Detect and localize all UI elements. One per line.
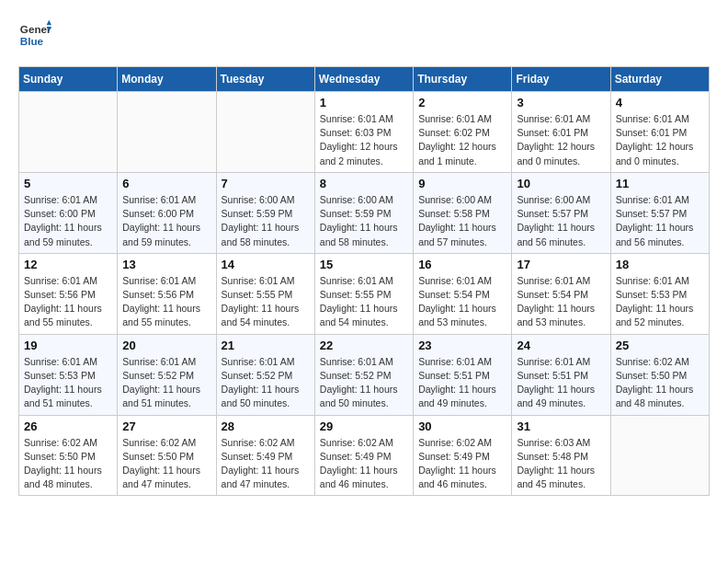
day-detail: Sunrise: 6:01 AMSunset: 6:02 PMDaylight:…: [418, 112, 506, 168]
calendar-cell: 16Sunrise: 6:01 AMSunset: 5:54 PMDayligh…: [414, 253, 512, 334]
day-number: 15: [320, 258, 408, 271]
calendar-cell: 8Sunrise: 6:00 AMSunset: 5:59 PMDaylight…: [314, 172, 413, 253]
day-detail: Sunrise: 6:01 AMSunset: 5:51 PMDaylight:…: [517, 355, 605, 411]
day-detail: Sunrise: 6:02 AMSunset: 5:49 PMDaylight:…: [320, 436, 408, 492]
day-detail: Sunrise: 6:01 AMSunset: 5:55 PMDaylight:…: [222, 274, 310, 330]
calendar-cell: 14Sunrise: 6:01 AMSunset: 5:55 PMDayligh…: [216, 253, 314, 334]
day-detail: Sunrise: 6:01 AMSunset: 5:52 PMDaylight:…: [122, 355, 210, 411]
day-number: 20: [122, 339, 210, 352]
weekday-header-thursday: Thursday: [414, 67, 512, 92]
day-number: 1: [320, 96, 408, 109]
day-detail: Sunrise: 6:01 AMSunset: 5:57 PMDaylight:…: [616, 193, 704, 249]
day-number: 27: [122, 419, 210, 433]
day-number: 7: [222, 177, 310, 190]
calendar-cell: 10Sunrise: 6:00 AMSunset: 5:57 PMDayligh…: [512, 172, 610, 253]
day-number: 11: [616, 177, 704, 190]
calendar-cell: 11Sunrise: 6:01 AMSunset: 5:57 PMDayligh…: [610, 172, 709, 253]
calendar-cell: [610, 415, 709, 496]
day-detail: Sunrise: 6:00 AMSunset: 5:58 PMDaylight:…: [418, 193, 506, 249]
calendar-cell: 2Sunrise: 6:01 AMSunset: 6:02 PMDaylight…: [414, 92, 512, 173]
calendar-cell: 5Sunrise: 6:01 AMSunset: 6:00 PMDaylight…: [19, 172, 118, 253]
calendar-week-3: 12Sunrise: 6:01 AMSunset: 5:56 PMDayligh…: [19, 253, 710, 334]
calendar-cell: [216, 92, 314, 173]
calendar-cell: 9Sunrise: 6:00 AMSunset: 5:58 PMDaylight…: [414, 172, 512, 253]
weekday-header-wednesday: Wednesday: [314, 67, 413, 92]
calendar-cell: 17Sunrise: 6:01 AMSunset: 5:54 PMDayligh…: [512, 253, 610, 334]
calendar-cell: 21Sunrise: 6:01 AMSunset: 5:52 PMDayligh…: [216, 334, 314, 415]
day-detail: Sunrise: 6:00 AMSunset: 5:59 PMDaylight:…: [222, 193, 310, 249]
calendar-week-1: 1Sunrise: 6:01 AMSunset: 6:03 PMDaylight…: [19, 92, 710, 173]
logo-icon: General Blue: [18, 18, 51, 52]
calendar-week-2: 5Sunrise: 6:01 AMSunset: 6:00 PMDaylight…: [19, 172, 710, 253]
calendar-cell: 18Sunrise: 6:01 AMSunset: 5:53 PMDayligh…: [610, 253, 709, 334]
day-detail: Sunrise: 6:03 AMSunset: 5:48 PMDaylight:…: [517, 436, 605, 492]
calendar-cell: 31Sunrise: 6:03 AMSunset: 5:48 PMDayligh…: [512, 415, 610, 496]
day-number: 16: [418, 258, 506, 271]
day-number: 24: [517, 339, 605, 352]
calendar-cell: 23Sunrise: 6:01 AMSunset: 5:51 PMDayligh…: [414, 334, 512, 415]
calendar-cell: 4Sunrise: 6:01 AMSunset: 6:01 PMDaylight…: [610, 92, 709, 173]
calendar-cell: 26Sunrise: 6:02 AMSunset: 5:50 PMDayligh…: [19, 415, 118, 496]
calendar-cell: 7Sunrise: 6:00 AMSunset: 5:59 PMDaylight…: [216, 172, 314, 253]
calendar-cell: 20Sunrise: 6:01 AMSunset: 5:52 PMDayligh…: [118, 334, 216, 415]
day-detail: Sunrise: 6:01 AMSunset: 5:53 PMDaylight:…: [24, 355, 112, 411]
day-number: 29: [320, 419, 408, 433]
day-number: 17: [517, 258, 605, 271]
calendar-cell: 1Sunrise: 6:01 AMSunset: 6:03 PMDaylight…: [314, 92, 413, 173]
calendar-cell: 6Sunrise: 6:01 AMSunset: 6:00 PMDaylight…: [118, 172, 216, 253]
logo: General Blue: [18, 18, 51, 52]
day-number: 12: [24, 258, 112, 271]
calendar-cell: 19Sunrise: 6:01 AMSunset: 5:53 PMDayligh…: [19, 334, 118, 415]
calendar-cell: 3Sunrise: 6:01 AMSunset: 6:01 PMDaylight…: [512, 92, 610, 173]
day-detail: Sunrise: 6:01 AMSunset: 5:56 PMDaylight:…: [24, 274, 112, 330]
calendar-cell: 29Sunrise: 6:02 AMSunset: 5:49 PMDayligh…: [314, 415, 413, 496]
day-number: 3: [517, 96, 605, 109]
day-number: 21: [222, 339, 310, 352]
calendar-cell: 13Sunrise: 6:01 AMSunset: 5:56 PMDayligh…: [118, 253, 216, 334]
day-detail: Sunrise: 6:01 AMSunset: 5:55 PMDaylight:…: [320, 274, 408, 330]
calendar-cell: 24Sunrise: 6:01 AMSunset: 5:51 PMDayligh…: [512, 334, 610, 415]
day-detail: Sunrise: 6:02 AMSunset: 5:49 PMDaylight:…: [222, 436, 310, 492]
day-number: 31: [517, 419, 605, 433]
day-detail: Sunrise: 6:00 AMSunset: 5:57 PMDaylight:…: [517, 193, 605, 249]
day-detail: Sunrise: 6:01 AMSunset: 5:54 PMDaylight:…: [418, 274, 506, 330]
day-detail: Sunrise: 6:02 AMSunset: 5:49 PMDaylight:…: [418, 436, 506, 492]
day-detail: Sunrise: 6:02 AMSunset: 5:50 PMDaylight:…: [616, 355, 704, 411]
day-number: 14: [222, 258, 310, 271]
day-number: 18: [616, 258, 704, 271]
day-detail: Sunrise: 6:01 AMSunset: 6:01 PMDaylight:…: [616, 112, 704, 168]
day-number: 2: [418, 96, 506, 109]
day-detail: Sunrise: 6:02 AMSunset: 5:50 PMDaylight:…: [122, 436, 210, 492]
day-number: 28: [222, 419, 310, 433]
weekday-header-row: SundayMondayTuesdayWednesdayThursdayFrid…: [19, 67, 710, 92]
day-number: 25: [616, 339, 704, 352]
day-detail: Sunrise: 6:01 AMSunset: 5:54 PMDaylight:…: [517, 274, 605, 330]
day-detail: Sunrise: 6:01 AMSunset: 5:52 PMDaylight:…: [320, 355, 408, 411]
weekday-header-tuesday: Tuesday: [216, 67, 314, 92]
day-number: 8: [320, 177, 408, 190]
day-number: 13: [122, 258, 210, 271]
calendar-cell: 12Sunrise: 6:01 AMSunset: 5:56 PMDayligh…: [19, 253, 118, 334]
calendar-table: SundayMondayTuesdayWednesdayThursdayFrid…: [18, 66, 710, 496]
calendar-cell: 28Sunrise: 6:02 AMSunset: 5:49 PMDayligh…: [216, 415, 314, 496]
calendar-week-5: 26Sunrise: 6:02 AMSunset: 5:50 PMDayligh…: [19, 415, 710, 496]
day-number: 22: [320, 339, 408, 352]
day-detail: Sunrise: 6:01 AMSunset: 6:01 PMDaylight:…: [517, 112, 605, 168]
weekday-header-monday: Monday: [118, 67, 216, 92]
day-number: 4: [616, 96, 704, 109]
calendar-cell: 27Sunrise: 6:02 AMSunset: 5:50 PMDayligh…: [118, 415, 216, 496]
page-header: General Blue: [18, 18, 710, 52]
day-number: 23: [418, 339, 506, 352]
calendar-cell: 15Sunrise: 6:01 AMSunset: 5:55 PMDayligh…: [314, 253, 413, 334]
day-number: 5: [24, 177, 112, 190]
day-number: 26: [24, 419, 112, 433]
day-detail: Sunrise: 6:01 AMSunset: 5:56 PMDaylight:…: [122, 274, 210, 330]
calendar-cell: 30Sunrise: 6:02 AMSunset: 5:49 PMDayligh…: [414, 415, 512, 496]
day-detail: Sunrise: 6:01 AMSunset: 5:53 PMDaylight:…: [616, 274, 704, 330]
calendar-cell: [19, 92, 118, 173]
day-detail: Sunrise: 6:01 AMSunset: 5:51 PMDaylight:…: [418, 355, 506, 411]
day-detail: Sunrise: 6:02 AMSunset: 5:50 PMDaylight:…: [24, 436, 112, 492]
day-detail: Sunrise: 6:01 AMSunset: 5:52 PMDaylight:…: [222, 355, 310, 411]
day-detail: Sunrise: 6:00 AMSunset: 5:59 PMDaylight:…: [320, 193, 408, 249]
weekday-header-friday: Friday: [512, 67, 610, 92]
